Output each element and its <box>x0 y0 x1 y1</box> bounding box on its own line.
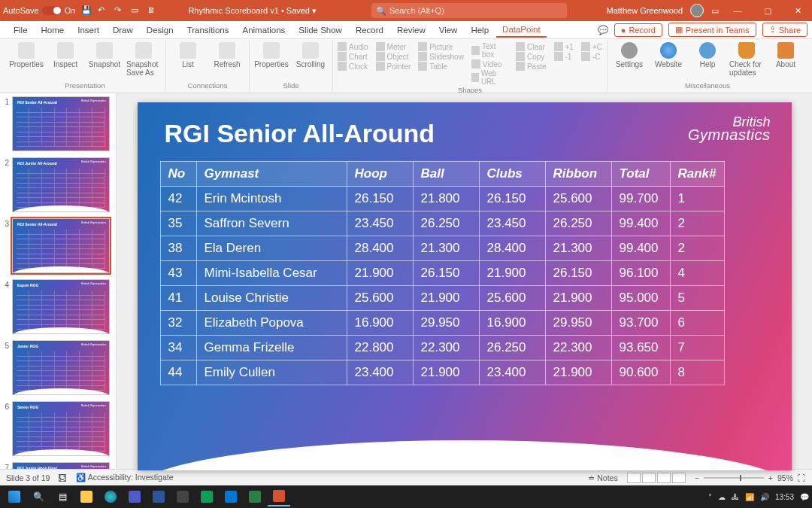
slideshow-icon[interactable]: ▭ <box>131 5 141 16</box>
ribbon-about[interactable]: About <box>768 42 803 81</box>
tab-animations[interactable]: Animations <box>236 23 291 37</box>
search-input[interactable]: 🔍 Search (Alt+Q) <box>371 3 567 18</box>
maximize-icon[interactable]: ▢ <box>756 6 779 16</box>
ribbon-shape-picture[interactable]: Picture <box>418 42 464 51</box>
tab-home[interactable]: Home <box>35 23 71 37</box>
ribbon-shape-meter[interactable]: Meter <box>376 42 411 51</box>
tab-slide-show[interactable]: Slide Show <box>292 23 348 37</box>
tab-view[interactable]: View <box>433 23 464 37</box>
ribbon-inspect[interactable]: Inspect <box>48 42 83 81</box>
app-button-2[interactable] <box>147 487 170 506</box>
save-icon[interactable]: 💾 <box>81 5 92 16</box>
ribbon-shape-text-box[interactable]: Text box <box>471 42 508 59</box>
system-tray[interactable]: ˄ ☁ 🖧 📶 🔊 13:53 💬 <box>708 493 809 501</box>
ribbon-shape-clock[interactable]: Clock <box>338 62 368 71</box>
ribbon-shape-pointer[interactable]: Pointer <box>376 62 411 71</box>
tab-help[interactable]: Help <box>465 23 495 37</box>
normal-view-icon[interactable] <box>627 473 641 483</box>
ribbon-properties[interactable]: Properties <box>9 42 44 81</box>
tray-wifi-icon[interactable]: 📶 <box>745 493 754 501</box>
tray-volume-icon[interactable]: 🔊 <box>760 493 769 501</box>
ribbon-scrolling[interactable]: Scrolling <box>293 42 328 81</box>
ribbon-shape-audio[interactable]: Audio <box>338 42 368 51</box>
slide-thumbnail-panel[interactable]: 1RGI Senior All-AroundBritish Gymnastics… <box>0 93 117 469</box>
ribbon-display-icon[interactable]: ▭ <box>711 6 719 16</box>
tab-file[interactable]: File <box>8 23 34 37</box>
ribbon-list[interactable]: List <box>171 42 205 81</box>
ribbon-settings[interactable]: Settings <box>612 42 647 81</box>
comments-button[interactable]: 💬 <box>598 25 608 35</box>
zoom-in-icon[interactable]: + <box>768 473 773 482</box>
slideshow-view-icon[interactable] <box>672 473 686 483</box>
ribbon-shape-chart[interactable]: Chart <box>338 52 368 61</box>
record-button[interactable]: ● Record <box>614 23 662 37</box>
powerpoint-button[interactable] <box>268 487 290 506</box>
undo-icon[interactable]: ↶ <box>98 5 108 16</box>
tab-transitions[interactable]: Transitions <box>181 23 235 37</box>
slide-counter[interactable]: Slide 3 of 19 <box>6 473 50 482</box>
ribbon-shape-paste[interactable]: Paste <box>516 62 547 71</box>
tab-design[interactable]: Design <box>141 23 180 37</box>
redo-icon[interactable]: ↷ <box>114 5 125 16</box>
ribbon-refresh[interactable]: Refresh <box>210 42 244 81</box>
explorer-button[interactable] <box>75 487 98 506</box>
ribbon-shape-object[interactable]: Object <box>376 52 411 61</box>
slide-thumbnail-3[interactable]: RGI Senior All-AroundBritish Gymnastics <box>12 218 110 273</box>
accessibility-status[interactable]: ♿ Accessibility: Investigate <box>76 473 173 482</box>
autosave-toggle[interactable]: AutoSave On <box>3 6 75 15</box>
newfile-icon[interactable]: 🗎 <box>147 5 158 16</box>
minimize-icon[interactable]: — <box>726 6 749 15</box>
ribbon-shape-table[interactable]: Table <box>418 62 464 71</box>
app-button-4[interactable] <box>195 487 218 506</box>
zoom-control[interactable]: − + 95% ⛶ <box>695 473 806 482</box>
slide-thumbnail-6[interactable]: Senior RGGBritish Gymnastics <box>12 401 110 456</box>
tray-time[interactable]: 13:53 <box>775 493 794 501</box>
ribbon-shape-copy[interactable]: Copy <box>516 52 547 61</box>
ribbon-shape-+c[interactable]: +C <box>581 42 602 51</box>
tray-notifications-icon[interactable]: 💬 <box>800 493 809 501</box>
zoom-slider[interactable] <box>704 477 764 479</box>
vscode-button[interactable] <box>220 487 242 506</box>
slide-thumbnail-7[interactable]: RGI Junior Hoop FinalBritish Gymnastics <box>12 462 110 469</box>
ribbon-shape-+1[interactable]: +1 <box>554 42 574 51</box>
tray-network-icon[interactable]: 🖧 <box>732 493 739 501</box>
tab-draw[interactable]: Draw <box>107 23 139 37</box>
close-icon[interactable]: ✕ <box>786 6 809 16</box>
present-teams-button[interactable]: ▦ Present in Teams <box>668 23 756 37</box>
ribbon-shape-video[interactable]: Video <box>471 59 508 68</box>
zoom-value[interactable]: 95% <box>777 473 793 482</box>
notes-toggle[interactable]: ≐ Notes <box>588 473 617 482</box>
ribbon-shape--c[interactable]: -C <box>581 52 602 61</box>
edge-button[interactable] <box>99 487 122 506</box>
language-icon[interactable]: ⛾ <box>59 473 67 482</box>
taskview-button[interactable]: ▤ <box>51 487 74 506</box>
ribbon-help[interactable]: Help <box>690 42 725 81</box>
app-button-1[interactable] <box>123 487 146 506</box>
slide-thumbnail-1[interactable]: RGI Senior All-AroundBritish Gymnastics <box>12 96 110 151</box>
fit-icon[interactable]: ⛶ <box>798 473 806 482</box>
ribbon-snapshot-save-as[interactable]: Snapshot Save As <box>126 42 161 81</box>
ribbon-shape-slideshow[interactable]: Slideshow <box>418 52 464 61</box>
ribbon-shape-web-url[interactable]: Web URL <box>471 69 508 86</box>
tray-chevron-icon[interactable]: ˄ <box>708 493 712 501</box>
app-button-5[interactable] <box>244 487 266 506</box>
slide-thumbnail-2[interactable]: RGI Junior All-AroundBritish Gymnastics <box>12 157 110 212</box>
ribbon-snapshot[interactable]: Snapshot <box>87 42 122 81</box>
tray-cloud-icon[interactable]: ☁ <box>718 493 726 501</box>
share-button[interactable]: ⇪ Share <box>762 23 807 37</box>
slide-thumbnail-5[interactable]: Junior RGGBritish Gymnastics <box>12 340 110 395</box>
search-button[interactable]: 🔍 <box>27 487 50 506</box>
sorter-view-icon[interactable] <box>642 473 656 483</box>
ribbon-shape--1[interactable]: -1 <box>554 52 574 61</box>
reading-view-icon[interactable] <box>657 473 671 483</box>
avatar[interactable] <box>690 4 704 17</box>
tab-datapoint[interactable]: DataPoint <box>496 23 547 38</box>
slide-thumbnail-4[interactable]: Espoir RGGBritish Gymnastics <box>12 279 110 334</box>
ribbon-properties[interactable]: Properties <box>254 42 289 81</box>
document-title[interactable]: Rhythmic Scoreboard v1 • Saved ▾ <box>188 6 317 16</box>
ribbon-check-for-updates[interactable]: Check for updates <box>729 42 764 81</box>
ribbon-website[interactable]: Website <box>651 42 686 81</box>
start-button[interactable] <box>3 487 26 506</box>
tab-review[interactable]: Review <box>391 23 432 37</box>
zoom-out-icon[interactable]: − <box>695 473 699 482</box>
